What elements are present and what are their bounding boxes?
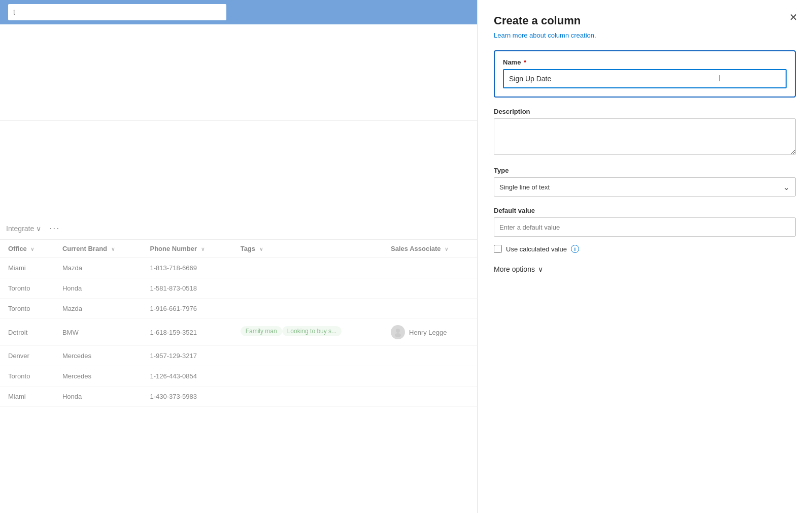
cell-phone: 1-957-129-3217 <box>142 346 232 366</box>
cell-tags: Family manLooking to buy s... <box>232 319 383 346</box>
cell-associate <box>383 278 477 299</box>
learn-more-link[interactable]: Learn more about column creation. <box>494 31 796 39</box>
svg-point-0 <box>396 329 400 333</box>
cell-associate <box>383 258 477 278</box>
calculated-value-row: Use calculated value i <box>494 245 796 253</box>
create-column-panel: Create a column ✕ Learn more about colum… <box>477 0 812 513</box>
info-icon[interactable]: i <box>571 245 579 253</box>
more-options-row[interactable]: More options ∨ <box>494 265 796 273</box>
cell-tags <box>232 346 383 366</box>
cell-office: Miami <box>0 258 54 278</box>
table-row: TorontoMercedes1-126-443-0854 <box>0 366 477 387</box>
more-options-chevron-icon: ∨ <box>538 265 543 273</box>
tag-badge: Family man <box>241 326 282 336</box>
cell-brand: Honda <box>54 278 142 299</box>
cell-phone: 1-430-373-5983 <box>142 387 232 407</box>
col-header-tags[interactable]: Tags ∨ <box>232 240 383 258</box>
integrate-toolbar: Integrate ∨ ··· <box>0 217 477 240</box>
cell-brand: Mazda <box>54 299 142 319</box>
svg-point-1 <box>395 333 401 337</box>
cell-office: Toronto <box>0 299 54 319</box>
table-row: DetroitBMW1-618-159-3521Family manLookin… <box>0 319 477 346</box>
type-section: Type Single line of text Number Date Per… <box>494 167 796 197</box>
col-header-associate[interactable]: Sales Associate ∨ <box>383 240 477 258</box>
cell-tags <box>232 278 383 299</box>
avatar <box>391 325 405 339</box>
name-input[interactable] <box>503 69 787 88</box>
table-header-row: Office ∨ Current Brand ∨ Phone Number ∨ … <box>0 240 477 258</box>
cell-office: Toronto <box>0 366 54 387</box>
name-input-wrapper: | <box>503 69 787 88</box>
cell-associate: Henry Legge <box>383 319 477 346</box>
integrate-chevron-icon: ∨ <box>36 225 41 233</box>
default-value-input[interactable] <box>494 217 796 237</box>
type-label: Type <box>494 167 796 174</box>
integrate-button[interactable]: Integrate ∨ <box>2 222 45 235</box>
cell-phone: 1-813-718-6669 <box>142 258 232 278</box>
default-value-label: Default value <box>494 207 796 214</box>
calculated-value-checkbox[interactable] <box>494 245 502 253</box>
cell-tags <box>232 299 383 319</box>
panel-title: Create a column <box>494 14 796 27</box>
name-section: Name * | <box>494 50 796 98</box>
close-button[interactable]: ✕ <box>789 12 798 22</box>
more-actions-button[interactable]: ··· <box>45 221 64 236</box>
more-options-label: More options <box>494 265 535 273</box>
data-table-container: Office ∨ Current Brand ∨ Phone Number ∨ … <box>0 240 477 407</box>
top-bar <box>0 0 477 24</box>
cell-tags <box>232 258 383 278</box>
table-row: MiamiMazda1-813-718-6669 <box>0 258 477 278</box>
name-label: Name * <box>503 58 787 66</box>
description-input[interactable] <box>494 118 796 155</box>
cell-phone: 1-581-873-0518 <box>142 278 232 299</box>
required-indicator: * <box>522 58 526 66</box>
col-header-office[interactable]: Office ∨ <box>0 240 54 258</box>
type-select-wrapper: Single line of text Number Date Person Y… <box>494 177 796 197</box>
table-row: TorontoHonda1-581-873-0518 <box>0 278 477 299</box>
cell-associate <box>383 299 477 319</box>
col-header-phone[interactable]: Phone Number ∨ <box>142 240 232 258</box>
cell-associate <box>383 366 477 387</box>
cell-office: Denver <box>0 346 54 366</box>
cell-phone: 1-618-159-3521 <box>142 319 232 346</box>
cell-associate <box>383 346 477 366</box>
associate-cell: Henry Legge <box>391 325 469 339</box>
cell-associate <box>383 387 477 407</box>
associate-name: Henry Legge <box>409 329 447 336</box>
data-table: Office ∨ Current Brand ∨ Phone Number ∨ … <box>0 240 477 407</box>
cell-phone: 1-126-443-0854 <box>142 366 232 387</box>
office-sort-icon: ∨ <box>30 246 34 252</box>
type-select[interactable]: Single line of text Number Date Person Y… <box>494 177 796 197</box>
cell-brand: Mercedes <box>54 346 142 366</box>
cell-office: Detroit <box>0 319 54 346</box>
main-area: Integrate ∨ ··· Office ∨ Current Brand ∨ <box>0 0 477 513</box>
cell-phone: 1-916-661-7976 <box>142 299 232 319</box>
table-row: TorontoMazda1-916-661-7976 <box>0 299 477 319</box>
brand-sort-icon: ∨ <box>111 246 115 252</box>
cell-tags <box>232 387 383 407</box>
cell-brand: Mercedes <box>54 366 142 387</box>
cell-brand: Mazda <box>54 258 142 278</box>
table-row: DenverMercedes1-957-129-3217 <box>0 346 477 366</box>
integrate-label: Integrate <box>6 225 34 233</box>
description-label: Description <box>494 108 796 115</box>
tags-sort-icon: ∨ <box>259 246 263 252</box>
cell-brand: Honda <box>54 387 142 407</box>
cell-office: Toronto <box>0 278 54 299</box>
default-value-section: Default value <box>494 207 796 237</box>
table-row: MiamiHonda1-430-373-5983 <box>0 387 477 407</box>
col-header-brand[interactable]: Current Brand ∨ <box>54 240 142 258</box>
cell-office: Miami <box>0 387 54 407</box>
cell-brand: BMW <box>54 319 142 346</box>
associate-sort-icon: ∨ <box>445 246 448 252</box>
tag-badge: Looking to buy s... <box>282 326 342 336</box>
top-bar-search[interactable] <box>8 4 226 20</box>
calculated-value-label: Use calculated value <box>506 245 567 253</box>
phone-sort-icon: ∨ <box>201 246 205 252</box>
cell-tags <box>232 366 383 387</box>
